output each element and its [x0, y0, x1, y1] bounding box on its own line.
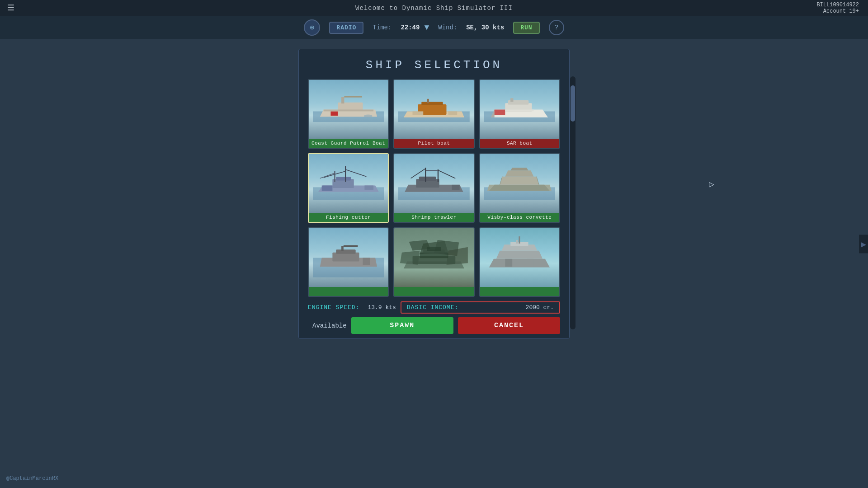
- svg-marker-46: [489, 184, 550, 190]
- svg-rect-21: [505, 109, 534, 111]
- availability-status: Available: [308, 322, 347, 329]
- ship-image-coast-guard: [309, 80, 388, 139]
- ship-card-8[interactable]: [393, 227, 474, 297]
- ship-label-coast-guard: Coast Guard Patrol Boat: [309, 139, 388, 148]
- app-title: Welcome to Dynamic Ship Simulator III: [355, 5, 513, 12]
- ship-card-sar-boat[interactable]: SAR boat: [479, 79, 560, 149]
- svg-line-41: [438, 170, 456, 178]
- ship-image-7: [309, 228, 388, 287]
- ship-label-visby-corvette: Visby-class corvette: [480, 213, 559, 222]
- twitter-handle: @CaptainMarcinRX: [6, 475, 58, 482]
- ship-image-pilot-boat: [394, 80, 473, 139]
- action-bar: Available SPAWN CANCEL: [308, 317, 560, 334]
- radio-button[interactable]: RADIO: [329, 22, 363, 34]
- account-info: BILLi09014922 Account 19+: [816, 2, 859, 14]
- svg-rect-75: [519, 236, 520, 244]
- svg-rect-39: [438, 169, 439, 182]
- ship-card-shrimp-trawler[interactable]: Shrimp trawler: [393, 153, 474, 223]
- svg-rect-12: [427, 99, 429, 103]
- ship-selection-panel: SHIP SELECTION: [298, 49, 570, 339]
- svg-rect-6: [323, 109, 373, 111]
- account-sub: Account 19+: [816, 8, 859, 14]
- svg-rect-26: [336, 177, 351, 180]
- svg-rect-77: [527, 258, 534, 266]
- ship-image-sar-boat: [480, 80, 559, 139]
- time-label: Time:: [373, 24, 392, 31]
- ship-image-visby-corvette: [480, 154, 559, 213]
- svg-rect-3: [341, 97, 344, 103]
- ship-card-visby-corvette[interactable]: Visby-class corvette: [479, 153, 560, 223]
- ship-label-shrimp-trawler: Shrimp trawler: [394, 213, 473, 222]
- ship-image-9: [480, 228, 559, 287]
- svg-rect-27: [345, 166, 346, 182]
- svg-rect-13: [413, 111, 424, 115]
- run-button[interactable]: RUN: [513, 22, 539, 34]
- time-value: 22:49: [401, 24, 420, 31]
- svg-rect-37: [419, 176, 436, 180]
- svg-rect-57: [344, 245, 358, 246]
- svg-rect-14: [448, 111, 458, 115]
- svg-rect-74: [516, 240, 518, 244]
- cancel-button[interactable]: CANCEL: [458, 317, 560, 334]
- svg-rect-76: [505, 258, 513, 266]
- svg-rect-5: [330, 111, 338, 115]
- svg-marker-49: [511, 167, 528, 170]
- svg-marker-48: [505, 170, 534, 176]
- svg-rect-38: [425, 167, 426, 182]
- svg-marker-47: [500, 176, 539, 184]
- svg-rect-33: [364, 185, 373, 189]
- ship-image-shrimp-trawler: [394, 154, 473, 213]
- scrollbar-thumb[interactable]: [571, 85, 575, 122]
- scrollbar-track[interactable]: [570, 76, 576, 329]
- spawn-button[interactable]: SPAWN: [351, 317, 453, 334]
- svg-rect-56: [341, 246, 344, 251]
- svg-rect-58: [363, 258, 370, 265]
- wind-arrow-icon: ▼: [424, 23, 429, 32]
- svg-marker-70: [489, 258, 550, 267]
- ship-card-7[interactable]: [308, 227, 389, 297]
- ship-label-7: [309, 287, 388, 296]
- right-edge-arrow[interactable]: ▶: [859, 235, 868, 253]
- ship-card-pilot-boat[interactable]: Pilot boat: [393, 79, 474, 149]
- ship-card-fishing-cutter[interactable]: Fishing cutter: [308, 153, 389, 223]
- svg-rect-55: [336, 249, 355, 253]
- menu-button[interactable]: ☰: [7, 3, 14, 13]
- wind-label: Wind:: [438, 24, 457, 31]
- ship-label-sar-boat: SAR boat: [480, 139, 559, 148]
- svg-rect-69: [427, 247, 441, 251]
- ship-label-9: [480, 287, 559, 296]
- svg-rect-43: [452, 184, 459, 190]
- account-name: BILLi09014922: [816, 2, 859, 8]
- basic-income-box: BASIC INCOME: 2000 cr.: [401, 301, 560, 314]
- svg-rect-19: [511, 98, 514, 102]
- svg-rect-20: [495, 109, 505, 115]
- ship-label-pilot-boat: Pilot boat: [394, 139, 473, 148]
- svg-rect-2: [338, 102, 363, 110]
- svg-line-29: [345, 169, 367, 176]
- ship-image-8: [394, 228, 473, 287]
- ship-label-8: [394, 287, 473, 296]
- svg-point-7: [364, 114, 373, 117]
- svg-rect-4: [344, 96, 362, 97]
- engine-speed-value: 13.9 kts: [368, 304, 396, 311]
- svg-rect-32: [321, 185, 332, 191]
- svg-line-31: [320, 173, 335, 178]
- wind-value: SE, 30 kts: [466, 24, 504, 31]
- ship-image-fishing-cutter: [309, 154, 388, 213]
- globe-icon[interactable]: ⊕: [304, 19, 320, 36]
- panel-title: SHIP SELECTION: [308, 58, 560, 72]
- ship-card-9[interactable]: [479, 227, 560, 297]
- top-bar: ☰ Welcome to Dynamic Ship Simulator III …: [0, 0, 868, 16]
- income-value: 2000 cr.: [526, 304, 554, 311]
- svg-marker-71: [496, 250, 543, 258]
- income-label: BASIC INCOME:: [407, 304, 458, 311]
- help-button[interactable]: ?: [549, 20, 564, 35]
- svg-rect-11: [421, 102, 443, 105]
- engine-speed-label: ENGINE SPEED:: [308, 304, 359, 311]
- nav-bar: ⊕ RADIO Time: 22:49 ▼ Wind: SE, 30 kts R…: [0, 16, 868, 40]
- main-content: SHIP SELECTION: [0, 40, 868, 488]
- ship-grid: Coast Guard Patrol Boat Pilot boat: [308, 79, 560, 297]
- ship-label-fishing-cutter: Fishing cutter: [309, 213, 388, 222]
- ship-card-coast-guard[interactable]: Coast Guard Patrol Boat: [308, 79, 389, 149]
- info-bar: ENGINE SPEED: 13.9 kts BASIC INCOME: 200…: [308, 301, 560, 314]
